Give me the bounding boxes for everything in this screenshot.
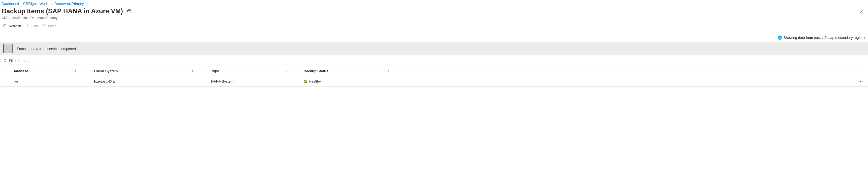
close-icon[interactable] (858, 7, 866, 16)
region-text: Showing data from eastus2euap (secondary… (784, 36, 865, 40)
print-icon[interactable] (127, 9, 131, 13)
col-hana-system-label: HANA System (94, 69, 118, 73)
filter-label: Filter (48, 24, 56, 28)
info-icon: i (3, 44, 12, 53)
col-database-label: Database (12, 69, 28, 73)
svg-rect-1 (128, 12, 130, 13)
filter-container (0, 56, 868, 66)
sort-icon: ↑↓ (191, 69, 195, 73)
plus-icon (26, 24, 30, 28)
col-database[interactable]: Database ↑↓ (2, 67, 83, 75)
breadcrumb: Dashboard › CRRIgniteWorkloadDemoVaultPr… (0, 0, 868, 6)
svg-line-7 (6, 61, 7, 62)
items-table: Database ↑↓ HANA System ↑↓ Type ↑↓ Backu… (0, 66, 868, 87)
toolbar: Refresh Add Filter (0, 20, 868, 32)
breadcrumb-dashboard[interactable]: Dashboard (2, 2, 19, 6)
filter-icon (42, 24, 46, 28)
search-icon (3, 59, 7, 63)
breadcrumb-vault[interactable]: CRRIgniteWorkloadDemoVaultPrimary (23, 2, 84, 6)
col-hana-system[interactable]: HANA System ↑↓ (83, 67, 200, 75)
row-actions-button[interactable]: ··· (856, 79, 866, 83)
add-label: Add (32, 24, 38, 28)
refresh-icon (3, 24, 7, 28)
page-subtitle: CRRIgniteWorkloadDemoVaultPrimary (2, 16, 131, 20)
region-bar: 🌐 Showing data from eastus2euap (seconda… (0, 32, 868, 42)
filter-input[interactable] (7, 58, 865, 63)
sort-icon: ↑↓ (284, 69, 287, 73)
info-message: Fetching data from service completed. (17, 47, 77, 51)
page-title: Backup Items (SAP HANA in Azure VM) (2, 7, 123, 15)
chevron-right-icon: › (20, 2, 22, 5)
col-type[interactable]: Type ↑↓ (200, 67, 293, 75)
sort-icon: ↑↓ (388, 69, 391, 73)
col-backup-status[interactable]: Backup Status ↑↓ (293, 67, 396, 75)
svg-point-6 (4, 59, 6, 61)
table-row[interactable]: hxe hxehost\HXE HANA System Healthy ··· (0, 76, 868, 87)
status-text: Healthy (309, 79, 321, 83)
chevron-right-icon: › (85, 2, 87, 5)
status-healthy-icon (304, 80, 307, 83)
cell-database: hxe (2, 77, 83, 85)
cell-backup-status: Healthy (293, 77, 396, 85)
page-header: Backup Items (SAP HANA in Azure VM) CRRI… (0, 6, 868, 20)
filter-button[interactable]: Filter (42, 23, 57, 29)
cell-hana-system: hxehost\HXE (83, 77, 200, 85)
refresh-button[interactable]: Refresh (2, 23, 22, 29)
table-header-row: Database ↑↓ HANA System ↑↓ Type ↑↓ Backu… (0, 66, 868, 76)
col-backup-status-label: Backup Status (304, 69, 328, 73)
refresh-label: Refresh (9, 24, 21, 28)
sort-icon: ↑↓ (74, 69, 78, 73)
cell-type: HANA System (200, 77, 293, 85)
add-button[interactable]: Add (25, 23, 38, 29)
info-bar: i Fetching data from service completed. (0, 42, 868, 56)
globe-icon: 🌐 (777, 35, 782, 40)
svg-rect-0 (128, 9, 130, 10)
filter-input-wrap[interactable] (2, 57, 866, 64)
col-type-label: Type (211, 69, 219, 73)
